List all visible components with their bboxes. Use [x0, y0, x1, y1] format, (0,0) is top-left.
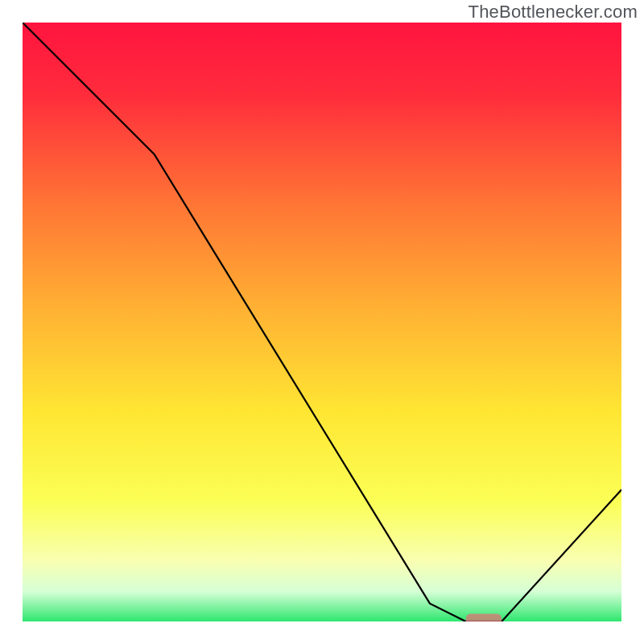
curve-layer — [23, 23, 621, 621]
chart-canvas: TheBottlenecker.com — [0, 0, 644, 644]
optimal-marker — [466, 614, 502, 622]
bottleneck-curve — [23, 23, 621, 621]
watermark: TheBottlenecker.com — [469, 2, 638, 23]
plot-area — [23, 23, 621, 621]
